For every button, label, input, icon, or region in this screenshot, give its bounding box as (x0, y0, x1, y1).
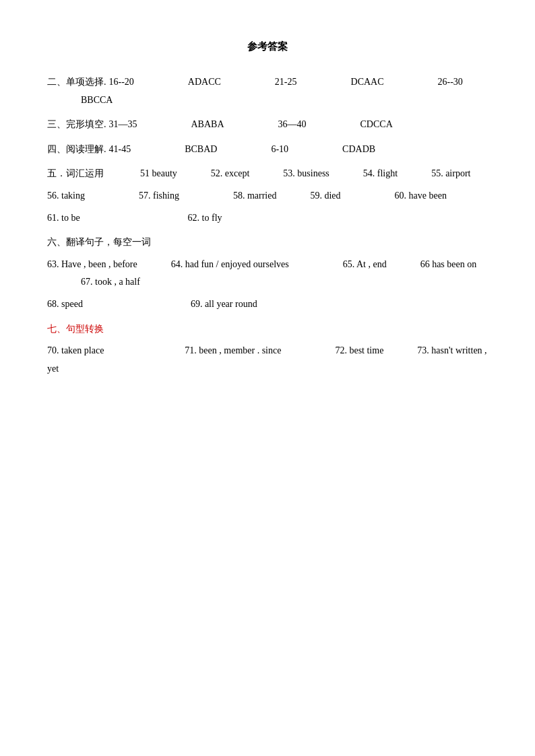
section-5-item62: 62. to fly (188, 213, 222, 223)
section-6-label-line: 六、翻译句子，每空一词 (47, 234, 488, 252)
section-5-item51: 51 beauty (140, 168, 177, 178)
section-4: 四、阅读理解.41-45BCBAD6-10CDADB (47, 141, 488, 159)
section-2-range3: 26--30 (438, 77, 463, 87)
section-5-label: 五．词汇运用 (47, 168, 104, 178)
section-2-ans3: BBCCA (81, 95, 113, 105)
section-6-item64: 64. had fun / enjoyed ourselves (171, 259, 289, 269)
section-2-range2: 21-25 (275, 77, 297, 87)
section-5-item53: 53. business (283, 168, 329, 178)
section-2-range1: 16--20 (109, 77, 134, 87)
section-7-label: 七、句型转换 (47, 324, 104, 334)
section-3-range1: 31—35 (109, 119, 137, 129)
section-7-line1: 70. taken place71. been , member . since… (47, 342, 488, 378)
section-2-line: 二、单项选择.16--20ADACC21-25DCAAC26--30BBCCA (47, 73, 488, 109)
page-title: 参考答案 (47, 40, 488, 53)
section-6-item63: 63. Have , been , before (47, 259, 137, 269)
section-5-item55: 55. airport (431, 168, 470, 178)
section-5-label-line: 五．词汇运用51 beauty52. except53. business54.… (47, 165, 488, 183)
section-6-label: 六、翻译句子，每空一词 (47, 237, 151, 247)
section-5-item60: 60. have been (395, 191, 447, 201)
section-5-item56: 56. taking (47, 191, 85, 201)
section-5-item59: 59. died (310, 191, 340, 201)
section-6-item66: 66 has been on (420, 259, 477, 269)
section-7-label-line: 七、句型转换 (47, 320, 488, 339)
section-3-ans2: CDCCA (360, 119, 393, 129)
section-3-range2: 36—40 (278, 119, 307, 129)
section-4-line: 四、阅读理解.41-45BCBAD6-10CDADB (47, 141, 488, 159)
section-6-line2: 68. speed69. all year round (47, 296, 488, 314)
section-7-item71: 71. been , member . since (185, 345, 281, 355)
section-5-item58: 58. married (233, 191, 277, 201)
section-3-line: 三、完形填空.31—35ABABA36—40CDCCA (47, 116, 488, 134)
section-7-item72: 72. best time (335, 345, 383, 355)
section-4-ans2: CDADB (342, 144, 375, 154)
section-4-label: 四、阅读理解. (47, 144, 106, 154)
section-5-item61: 61. to be (47, 213, 80, 223)
section-2: 二、单项选择.16--20ADACC21-25DCAAC26--30BBCCA (47, 73, 488, 109)
section-5-line3: 61. to be62. to fly (47, 209, 488, 228)
section-6: 六、翻译句子，每空一词 63. Have , been , before64. … (47, 234, 488, 313)
section-4-range1: 41-45 (109, 144, 131, 154)
section-4-range2: 6-10 (271, 144, 288, 154)
section-3-label: 三、完形填空. (47, 119, 106, 129)
section-5-item52: 52. except (211, 168, 250, 178)
section-7-item70: 70. taken place (47, 345, 104, 355)
section-6-item67: 67. took , a half (81, 277, 140, 287)
section-6-item68: 68. speed (47, 299, 83, 309)
answer-content: 二、单项选择.16--20ADACC21-25DCAAC26--30BBCCA … (47, 73, 488, 378)
section-6-item69: 69. all year round (191, 299, 257, 309)
section-6-line1: 63. Have , been , before64. had fun / en… (47, 256, 488, 291)
section-2-ans2: DCAAC (351, 77, 384, 87)
section-4-ans1: BCBAD (185, 144, 217, 154)
section-5-line2: 56. taking57. fishing58. married59. died… (47, 187, 488, 205)
section-5: 五．词汇运用51 beauty52. except53. business54.… (47, 165, 488, 227)
section-5-item57: 57. fishing (139, 191, 179, 201)
section-2-label: 二、单项选择. (47, 77, 106, 87)
section-2-ans1: ADACC (188, 77, 221, 87)
section-7: 七、句型转换 70. taken place71. been , member … (47, 320, 488, 378)
section-5-item54: 54. flight (363, 168, 398, 178)
section-3-ans1: ABABA (191, 119, 224, 129)
section-3: 三、完形填空.31—35ABABA36—40CDCCA (47, 116, 488, 134)
section-6-item65: 65. At , end (343, 259, 387, 269)
